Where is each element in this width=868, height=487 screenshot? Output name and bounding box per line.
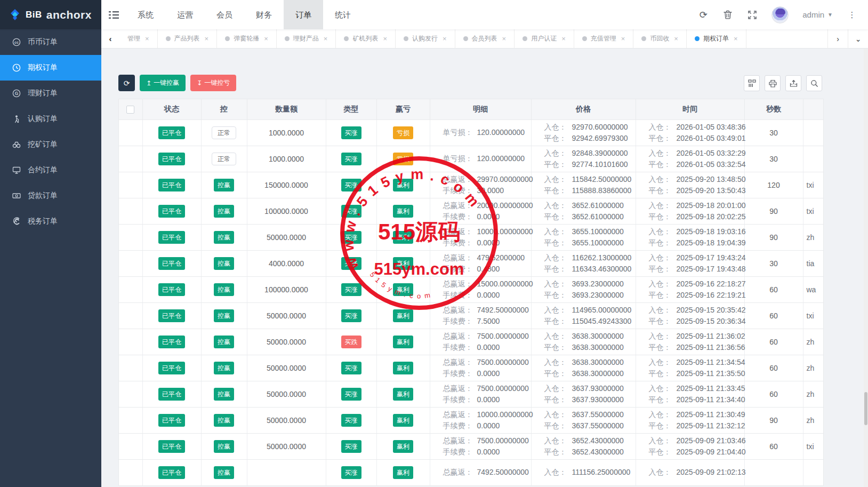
- close-icon[interactable]: ×: [561, 35, 566, 43]
- tab-dot: [285, 36, 290, 41]
- time-line: 入仓：2026-01-05 03:48:36: [636, 122, 744, 133]
- sidebar-item-挖矿订单[interactable]: 挖矿订单: [0, 132, 101, 157]
- trash-icon[interactable]: [722, 10, 733, 20]
- profit-badge: 赢利: [393, 414, 413, 427]
- sidebar-fold-button[interactable]: [101, 0, 126, 29]
- user-menu[interactable]: admin ▼: [802, 10, 833, 19]
- close-icon[interactable]: ×: [674, 35, 678, 43]
- control-win-button[interactable]: 控赢: [214, 231, 234, 244]
- menu-fold-icon: [109, 11, 119, 19]
- status-badge: 已平仓: [158, 362, 185, 374]
- close-icon[interactable]: ×: [621, 35, 625, 43]
- sidebar-item-币币订单[interactable]: cc币币订单: [0, 29, 101, 55]
- scrollbar-thumb[interactable]: [864, 392, 867, 425]
- detail-line: 手续费：0.0000: [430, 211, 531, 222]
- avatar[interactable]: [771, 6, 789, 23]
- fullscreen-icon[interactable]: [747, 10, 758, 20]
- sidebar-item-期权订单[interactable]: 期权订单: [0, 55, 101, 81]
- price-label: 入仓：: [544, 383, 572, 394]
- vertical-scrollbar[interactable]: [864, 49, 868, 487]
- sidebar-item-税务订单[interactable]: 税务订单: [0, 209, 101, 234]
- tabs-scroll-right-button[interactable]: ›: [827, 29, 848, 48]
- tabs-menu-button[interactable]: ⌄: [848, 29, 868, 48]
- force-lose-all-button[interactable]: ↧ 一键控亏: [190, 75, 236, 91]
- time-value: 2026-01-05 03:32:54: [677, 159, 746, 170]
- kebab-menu-icon[interactable]: ⋮: [847, 10, 857, 20]
- control-win-button[interactable]: 控赢: [214, 336, 234, 348]
- tab-理财产品[interactable]: 理财产品×: [277, 29, 336, 48]
- close-icon[interactable]: ×: [502, 35, 507, 43]
- select-all-checkbox[interactable]: [126, 106, 134, 114]
- detail-label: 手续费：: [443, 185, 477, 196]
- control-cell: 控赢: [201, 329, 247, 355]
- detail-value: 0.4800: [477, 264, 500, 275]
- time-value: 2025-09-20 13:48:50: [677, 174, 746, 185]
- column-header-状态: 状态: [142, 99, 201, 119]
- clock-icon: [12, 63, 21, 73]
- force-win-all-button[interactable]: ↥ 一键控赢: [140, 75, 186, 91]
- close-icon[interactable]: ×: [324, 35, 328, 43]
- tab-期权订单[interactable]: 期权订单×: [687, 29, 746, 48]
- tab-用户认证[interactable]: 用户认证×: [515, 29, 574, 48]
- close-icon[interactable]: ×: [383, 35, 387, 43]
- time-line: 平仓：2025-09-11 21:32:12: [636, 420, 744, 432]
- time-line: 平仓：2025-09-20 13:50:43: [636, 185, 744, 196]
- refresh-icon[interactable]: ⟳: [698, 10, 709, 20]
- search-button[interactable]: [806, 75, 822, 91]
- tab-会员列表[interactable]: 会员列表×: [455, 29, 515, 48]
- close-icon[interactable]: ×: [443, 35, 447, 43]
- user-cell: zh: [803, 224, 824, 250]
- close-icon[interactable]: ×: [734, 35, 738, 43]
- close-icon[interactable]: ×: [264, 35, 268, 43]
- tabs-scroll-left-button[interactable]: ‹: [101, 29, 119, 48]
- control-normal-button[interactable]: 正常: [212, 153, 236, 165]
- profit-badge: 赢利: [393, 466, 413, 479]
- control-win-button[interactable]: 控赢: [214, 179, 234, 191]
- control-win-button[interactable]: 控赢: [214, 414, 234, 427]
- sidebar-item-贷款订单[interactable]: 贷款订单: [0, 183, 101, 209]
- nav-item-订单[interactable]: 订单: [284, 0, 323, 29]
- nav-item-统计[interactable]: 统计: [323, 0, 363, 29]
- price-cell: 入仓：3652.61000000平仓：3652.61000000: [531, 198, 636, 224]
- tab-管理[interactable]: 管理×: [119, 29, 158, 48]
- control-win-button[interactable]: 控赢: [214, 362, 234, 374]
- control-win-button[interactable]: 控赢: [214, 466, 234, 479]
- price-label: 入仓：: [544, 200, 572, 211]
- tab-弹窗轮播[interactable]: 弹窗轮播×: [217, 29, 277, 48]
- refresh-table-button[interactable]: ⟳: [118, 75, 135, 91]
- control-win-button[interactable]: 控赢: [214, 257, 234, 270]
- nav-item-运营[interactable]: 运营: [165, 0, 205, 29]
- sidebar-item-理财订单[interactable]: G理财订单: [0, 81, 101, 106]
- type-cell: 买涨: [326, 198, 376, 224]
- tab-认购发行[interactable]: 认购发行×: [396, 29, 455, 48]
- control-win-button[interactable]: 控赢: [214, 309, 234, 322]
- nav-item-会员[interactable]: 会员: [205, 0, 244, 29]
- close-icon[interactable]: ×: [145, 35, 149, 43]
- nav-item-财务[interactable]: 财务: [244, 0, 284, 29]
- tab-矿机列表[interactable]: 矿机列表×: [336, 29, 396, 48]
- tab-产品列表[interactable]: 产品列表×: [158, 29, 218, 48]
- control-win-button[interactable]: 控赢: [214, 388, 234, 401]
- brand-diamond-icon: [9, 9, 21, 21]
- export-button[interactable]: [785, 75, 801, 91]
- tab-币回收[interactable]: 币回收×: [633, 29, 687, 48]
- sidebar-item-认购订单[interactable]: 认购订单: [0, 106, 101, 132]
- print-button[interactable]: [765, 75, 781, 91]
- profit-cell: 赢利: [376, 302, 430, 329]
- row-select-cell: [119, 302, 142, 329]
- control-win-button[interactable]: 控赢: [214, 283, 234, 296]
- status-badge: 已平仓: [158, 336, 185, 348]
- nav-item-系统[interactable]: 系统: [126, 0, 165, 29]
- control-win-button[interactable]: 控赢: [214, 205, 234, 218]
- detail-label: 总赢返：: [443, 331, 477, 342]
- time-value: 2025-09-18 19:04:39: [677, 237, 746, 249]
- columns-grid-button[interactable]: [744, 75, 760, 91]
- sidebar-item-合约订单[interactable]: 合约订单: [0, 157, 101, 183]
- control-cell: 控赢: [201, 172, 247, 198]
- control-normal-button[interactable]: 正常: [212, 126, 236, 139]
- tab-充值管理[interactable]: 充值管理×: [574, 29, 634, 48]
- close-icon[interactable]: ×: [205, 35, 209, 43]
- control-win-button[interactable]: 控赢: [214, 440, 234, 453]
- profit-badge: 赢利: [393, 257, 413, 270]
- type-cell: 买涨: [326, 355, 376, 381]
